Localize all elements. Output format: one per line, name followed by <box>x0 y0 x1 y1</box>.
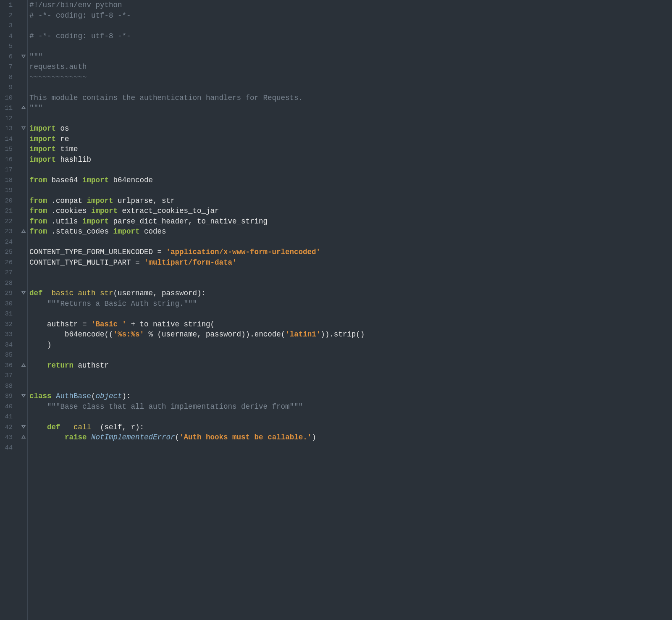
code-line[interactable]: raise NotImplementedError('Auth hooks mu… <box>29 432 365 443</box>
code-line[interactable]: import os <box>29 123 365 134</box>
code-line[interactable]: def __call__(self, r): <box>29 422 365 433</box>
code-line[interactable]: """ <box>29 52 365 62</box>
code-token: str <box>162 197 175 205</box>
code-line[interactable]: def _basic_auth_str(username, password): <box>29 288 365 299</box>
code-line[interactable] <box>29 350 365 360</box>
fold-close-icon[interactable] <box>21 105 26 110</box>
code-line[interactable]: """Returns a Basic Auth string.""" <box>29 299 365 309</box>
code-line[interactable]: CONTENT_TYPE_FORM_URLENCODED = 'applicat… <box>29 247 365 257</box>
line-number: 35 <box>3 350 13 360</box>
code-area[interactable]: #!/usr/bin/env python# -*- coding: utf-8… <box>28 0 365 620</box>
code-line[interactable]: class AuthBase(object): <box>29 391 365 402</box>
code-line[interactable]: import re <box>29 134 365 144</box>
code-token: ( <box>100 423 105 431</box>
code-token: class <box>29 392 56 400</box>
code-line[interactable] <box>29 21 365 31</box>
code-token: , <box>153 289 162 297</box>
code-line[interactable] <box>29 268 365 278</box>
line-number: 21 <box>3 206 13 216</box>
code-line[interactable]: from .cookies import extract_cookies_to_… <box>29 206 365 216</box>
code-token: def <box>47 423 65 431</box>
code-token: authstr <box>74 361 109 370</box>
code-line[interactable] <box>29 165 365 175</box>
code-line[interactable]: ) <box>29 340 365 350</box>
line-number: 32 <box>3 319 13 330</box>
code-token: import <box>29 155 56 164</box>
code-token: r): <box>131 423 144 431</box>
line-number: 7 <box>3 62 13 72</box>
code-token: 'Auth hooks must be callable.' <box>179 433 312 441</box>
code-token: return <box>47 361 74 370</box>
code-line[interactable] <box>29 82 365 93</box>
code-line[interactable]: """ <box>29 103 365 113</box>
code-token: , <box>188 217 197 226</box>
code-token: import <box>29 124 56 133</box>
line-number: 2 <box>3 11 13 21</box>
code-line[interactable] <box>29 237 365 247</box>
code-line[interactable]: return authstr <box>29 360 365 371</box>
code-token: urlparse <box>113 197 153 205</box>
code-token: % (username <box>144 330 197 339</box>
code-token: from <box>29 176 47 184</box>
code-line[interactable]: requests.auth <box>29 62 365 72</box>
line-number: 24 <box>3 237 13 247</box>
code-token: 'Basic ' <box>91 320 126 328</box>
code-token: import <box>87 197 113 205</box>
code-token: 'application/x-www-form-urlencoded' <box>166 248 321 256</box>
code-line[interactable]: ~~~~~~~~~~~~~ <box>29 72 365 83</box>
code-line[interactable]: This module contains the authentication … <box>29 93 365 103</box>
code-line[interactable] <box>29 185 365 196</box>
line-number: 22 <box>3 216 13 227</box>
line-number: 6 <box>3 52 13 62</box>
code-line[interactable] <box>29 412 365 422</box>
code-line[interactable]: # -*- coding: utf-8 -*- <box>29 11 365 21</box>
code-line[interactable]: """Base class that all auth implementati… <box>29 402 365 412</box>
code-line[interactable]: CONTENT_TYPE_MULTI_PART = 'multipart/for… <box>29 257 365 268</box>
code-token: import <box>113 227 140 236</box>
code-line[interactable] <box>29 113 365 124</box>
code-line[interactable] <box>29 443 365 453</box>
code-line[interactable]: import time <box>29 144 365 155</box>
line-number: 17 <box>3 165 13 175</box>
code-line[interactable]: from .utils import parse_dict_header, to… <box>29 216 365 227</box>
code-line[interactable] <box>29 370 365 381</box>
code-token: #!/usr/bin/env python <box>29 1 122 9</box>
code-line[interactable]: from base64 import b64encode <box>29 175 365 186</box>
code-token: .status_codes <box>47 227 113 236</box>
fold-open-icon[interactable] <box>21 126 26 131</box>
code-line[interactable]: #!/usr/bin/env python <box>29 0 365 11</box>
fold-open-icon[interactable] <box>21 394 26 399</box>
fold-close-icon[interactable] <box>21 435 26 440</box>
code-token: from <box>29 217 47 226</box>
code-token: codes <box>140 227 166 236</box>
code-line[interactable]: # -*- coding: utf-8 -*- <box>29 31 365 42</box>
code-editor[interactable]: 1234567891011121314151617181920212223242… <box>0 0 672 620</box>
code-token: from <box>29 197 47 205</box>
line-number: 40 <box>3 402 13 412</box>
code-line[interactable]: from .compat import urlparse, str <box>29 196 365 206</box>
code-line[interactable] <box>29 278 365 289</box>
line-number: 8 <box>3 72 13 83</box>
line-number: 43 <box>3 432 13 443</box>
code-token: , <box>197 330 206 339</box>
code-token: """ <box>29 53 43 61</box>
code-line[interactable] <box>29 309 365 319</box>
code-token: re <box>56 135 69 143</box>
fold-close-icon[interactable] <box>21 229 26 234</box>
line-number: 25 <box>3 247 13 257</box>
fold-column[interactable] <box>20 0 28 620</box>
code-line[interactable] <box>29 41 365 52</box>
code-line[interactable] <box>29 381 365 391</box>
fold-open-icon[interactable] <box>21 291 26 296</box>
fold-open-icon[interactable] <box>21 54 26 59</box>
code-line[interactable]: from .status_codes import codes <box>29 226 365 237</box>
code-token: This module contains the authentication … <box>29 94 303 102</box>
line-number-gutter: 1234567891011121314151617181920212223242… <box>0 0 20 620</box>
fold-close-icon[interactable] <box>21 363 26 368</box>
code-line[interactable]: authstr = 'Basic ' + to_native_string( <box>29 319 365 330</box>
line-number: 34 <box>3 340 13 350</box>
fold-open-icon[interactable] <box>21 425 26 430</box>
code-line[interactable]: b64encode(('%s:%s' % (username, password… <box>29 329 365 340</box>
line-number: 23 <box>3 226 13 237</box>
code-line[interactable]: import hashlib <box>29 155 365 165</box>
